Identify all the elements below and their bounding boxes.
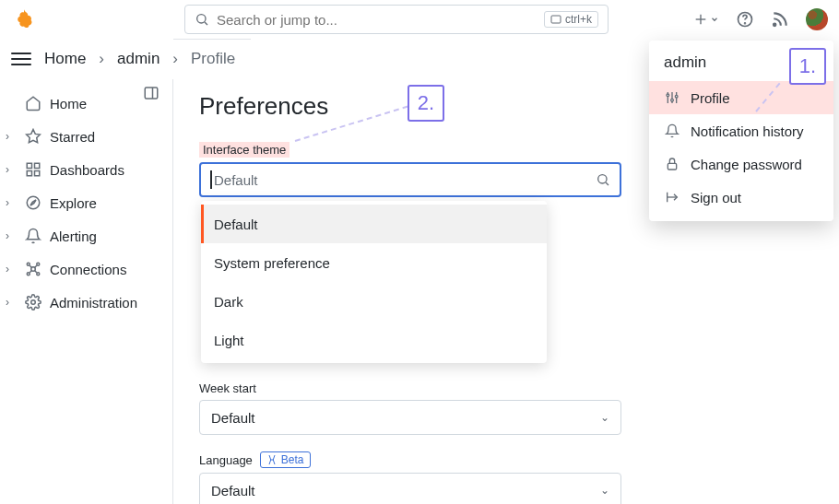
sidebar-item-connections[interactable]: › Connections	[0, 252, 172, 286]
svg-point-32	[671, 99, 674, 101]
breadcrumb-home[interactable]: Home	[44, 50, 86, 68]
sidebar-item-alerting[interactable]: › Alerting	[0, 219, 172, 252]
svg-rect-12	[35, 163, 40, 168]
theme-combobox[interactable]: Default Default System preference Dark L…	[199, 162, 621, 197]
language-field: Language Beta Default ⌄	[199, 451, 839, 504]
usermenu-signout[interactable]: Sign out	[649, 181, 833, 214]
svg-point-26	[31, 300, 36, 305]
svg-point-21	[37, 273, 40, 275]
theme-option-default[interactable]: Default	[201, 205, 547, 243]
grid-icon	[24, 161, 42, 178]
theme-option-system[interactable]: System preference	[201, 243, 547, 282]
chevron-right-icon: ›	[172, 50, 178, 68]
svg-point-0	[197, 15, 206, 23]
search-input[interactable]	[217, 12, 537, 28]
chevron-right-icon: ›	[99, 50, 104, 68]
svg-point-20	[27, 273, 30, 275]
chevron-down-icon: ⌄	[600, 411, 609, 424]
theme-value: Default	[214, 172, 596, 188]
home-icon	[24, 95, 42, 111]
weekstart-label: Week start	[199, 381, 256, 395]
bell-icon	[664, 123, 680, 138]
hamburger-icon[interactable]	[11, 49, 31, 69]
plug-icon	[24, 261, 42, 277]
create-menu[interactable]	[693, 12, 719, 27]
toolbar-right	[693, 8, 828, 30]
rss-icon[interactable]	[771, 10, 789, 29]
sliders-icon	[664, 90, 680, 105]
sidebar-item-administration[interactable]: › Administration	[0, 286, 172, 319]
svg-point-18	[27, 263, 30, 265]
svg-point-6	[745, 23, 746, 24]
usermenu-profile[interactable]: Profile	[649, 81, 833, 114]
annotation-1: 1.	[789, 48, 826, 85]
annotation-2: 2.	[408, 85, 444, 122]
svg-line-23	[35, 265, 37, 267]
svg-line-24	[30, 271, 31, 273]
svg-point-15	[27, 196, 40, 209]
usermenu-notifications[interactable]: Notification history	[649, 114, 833, 147]
gear-icon	[24, 294, 42, 311]
text-caret	[210, 170, 212, 189]
svg-point-19	[37, 263, 40, 265]
divider	[173, 39, 251, 40]
sidebar-item-starred[interactable]: › Starred	[0, 120, 172, 153]
signout-icon	[664, 190, 680, 205]
svg-rect-11	[27, 163, 31, 168]
lock-icon	[664, 157, 680, 171]
sidebar-item-label: Alerting	[50, 229, 97, 244]
svg-rect-2	[551, 16, 561, 23]
sidebar-item-label: Starred	[50, 129, 95, 145]
search-shortcut: ctrl+k	[544, 11, 598, 28]
svg-point-34	[675, 95, 678, 98]
svg-line-25	[35, 271, 37, 273]
grafana-logo[interactable]	[11, 6, 37, 32]
dock-icon[interactable]	[143, 85, 163, 105]
breadcrumb-admin[interactable]: admin	[117, 50, 160, 68]
weekstart-field: Week start Default ⌄	[199, 380, 839, 435]
svg-line-28	[606, 182, 609, 185]
chevron-down-icon: ⌄	[600, 484, 609, 497]
svg-rect-14	[35, 171, 40, 176]
usermenu-item-label: Notification history	[691, 123, 804, 139]
svg-rect-35	[668, 163, 676, 170]
weekstart-value: Default	[211, 410, 255, 426]
usermenu-password[interactable]: Change password	[649, 147, 833, 181]
beta-badge: Beta	[260, 451, 311, 468]
sidebar-item-explore[interactable]: › Explore	[0, 186, 172, 219]
search-icon	[195, 12, 209, 27]
usermenu-item-label: Sign out	[691, 190, 741, 205]
sidebar: › Home › Starred › Dashboards › Explore …	[0, 79, 173, 504]
theme-label: Interface theme	[199, 142, 290, 158]
sidebar-item-dashboards[interactable]: › Dashboards	[0, 153, 172, 186]
user-avatar[interactable]	[806, 8, 828, 30]
sidebar-item-label: Home	[50, 96, 87, 111]
theme-option-dark[interactable]: Dark	[201, 282, 547, 321]
sidebar-item-label: Explore	[50, 195, 97, 211]
star-icon	[24, 128, 42, 145]
global-search[interactable]: ctrl+k	[184, 5, 609, 34]
language-label: Language	[199, 453, 253, 467]
theme-dropdown: Default System preference Dark Light	[201, 201, 547, 363]
usermenu-item-label: Profile	[691, 90, 730, 106]
language-select[interactable]: Default ⌄	[199, 473, 621, 504]
svg-point-30	[667, 94, 669, 97]
weekstart-select[interactable]: Default ⌄	[199, 400, 621, 435]
sidebar-item-label: Connections	[50, 262, 126, 277]
search-icon	[596, 172, 610, 187]
theme-option-light[interactable]: Light	[201, 321, 547, 359]
svg-marker-16	[30, 200, 36, 205]
svg-marker-10	[27, 130, 41, 143]
usermenu-item-label: Change password	[691, 157, 802, 172]
svg-rect-13	[27, 171, 31, 176]
help-icon[interactable]	[736, 10, 754, 29]
language-value: Default	[211, 483, 255, 498]
bell-icon	[24, 228, 42, 244]
svg-point-27	[598, 175, 607, 183]
compass-icon	[24, 194, 42, 211]
sidebar-item-label: Administration	[50, 295, 137, 311]
svg-rect-8	[145, 88, 158, 99]
svg-line-22	[30, 265, 31, 267]
top-bar: ctrl+k	[0, 0, 839, 39]
svg-line-1	[205, 22, 207, 25]
